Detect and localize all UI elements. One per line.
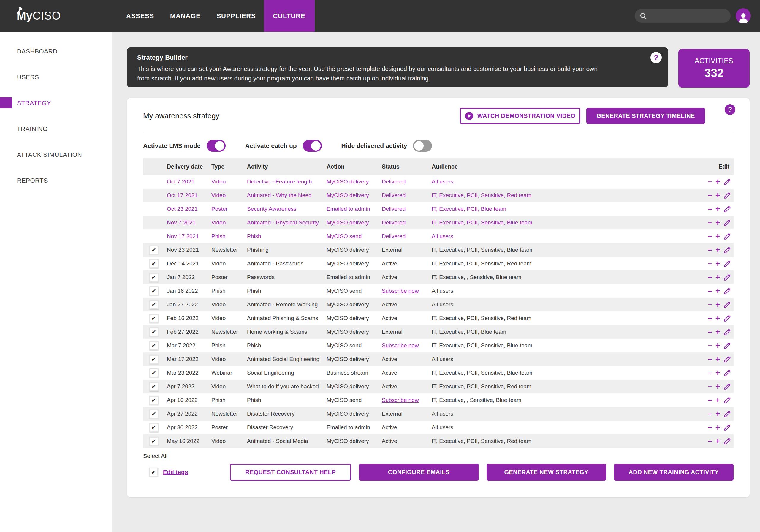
remove-activity-icon[interactable]: − xyxy=(708,315,712,322)
add-activity-icon[interactable]: + xyxy=(715,341,720,350)
add-activity-icon[interactable]: + xyxy=(715,301,720,309)
add-activity-icon[interactable]: + xyxy=(715,423,720,432)
row-checkbox[interactable]: ✔ xyxy=(149,341,159,350)
remove-activity-icon[interactable]: − xyxy=(708,274,712,281)
request-consultant-help-button[interactable]: REQUEST CONSULTANT HELP xyxy=(230,464,351,481)
remove-activity-icon[interactable]: − xyxy=(708,233,712,240)
subscribe-now-link[interactable]: Subscribe now xyxy=(382,342,419,349)
edit-tags-link[interactable]: Edit tags xyxy=(163,469,188,476)
row-checkbox[interactable]: ✔ xyxy=(149,355,159,364)
remove-activity-icon[interactable]: − xyxy=(708,178,712,185)
add-activity-icon[interactable]: + xyxy=(715,355,720,363)
subscribe-now-link[interactable]: Subscribe now xyxy=(382,397,419,403)
remove-activity-icon[interactable]: − xyxy=(708,397,712,404)
row-checkbox[interactable]: ✔ xyxy=(149,286,159,296)
row-checkbox[interactable]: ✔ xyxy=(149,327,159,337)
remove-activity-icon[interactable]: − xyxy=(708,383,712,390)
remove-activity-icon[interactable]: − xyxy=(708,424,712,431)
add-activity-icon[interactable]: + xyxy=(715,205,720,213)
add-activity-icon[interactable]: + xyxy=(715,273,720,281)
edit-activity-icon[interactable] xyxy=(724,287,731,295)
sidebar-item-attack-simulation[interactable]: ATTACK SIMULATION xyxy=(0,142,112,168)
add-new-training-activity-button[interactable]: ADD NEW TRAINING ACTIVITY xyxy=(614,464,734,481)
remove-activity-icon[interactable]: − xyxy=(708,246,712,254)
activities-card[interactable]: ACTIVITIES 332 xyxy=(678,49,750,88)
edit-activity-icon[interactable] xyxy=(724,314,731,322)
edit-activity-icon[interactable] xyxy=(724,396,731,404)
add-activity-icon[interactable]: + xyxy=(715,191,720,200)
row-checkbox[interactable]: ✔ xyxy=(149,423,159,432)
generate-new-strategy-button[interactable]: GENERATE NEW STRATEGY xyxy=(487,464,606,481)
edit-activity-icon[interactable] xyxy=(724,369,731,377)
remove-activity-icon[interactable]: − xyxy=(708,438,712,445)
nav-item-assess[interactable]: ASSESS xyxy=(118,0,162,32)
add-activity-icon[interactable]: + xyxy=(715,314,720,322)
edit-activity-icon[interactable] xyxy=(724,232,731,240)
remove-activity-icon[interactable]: − xyxy=(708,369,712,377)
add-activity-icon[interactable]: + xyxy=(715,246,720,254)
row-checkbox[interactable]: ✔ xyxy=(149,368,159,378)
add-activity-icon[interactable]: + xyxy=(715,410,720,418)
edit-activity-icon[interactable] xyxy=(724,191,731,199)
row-checkbox[interactable]: ✔ xyxy=(149,273,159,282)
user-avatar[interactable] xyxy=(736,8,751,24)
edit-activity-icon[interactable] xyxy=(724,342,731,349)
add-activity-icon[interactable]: + xyxy=(715,328,720,336)
toggle-activate-catch-up[interactable] xyxy=(303,140,322,152)
add-activity-icon[interactable]: + xyxy=(715,369,720,377)
sidebar-item-strategy[interactable]: STRATEGY xyxy=(0,90,112,116)
row-checkbox[interactable]: ✔ xyxy=(149,382,159,391)
remove-activity-icon[interactable]: − xyxy=(708,356,712,363)
banner-help-icon[interactable]: ? xyxy=(650,52,662,63)
edit-activity-icon[interactable] xyxy=(724,437,731,445)
edit-activity-icon[interactable] xyxy=(724,205,731,213)
add-activity-icon[interactable]: + xyxy=(715,437,720,445)
remove-activity-icon[interactable]: − xyxy=(708,206,712,213)
nav-item-manage[interactable]: MANAGE xyxy=(162,0,209,32)
edit-activity-icon[interactable] xyxy=(724,178,731,185)
generate-strategy-timeline-button[interactable]: GENERATE STRATEGY TIMELINE xyxy=(586,108,705,124)
select-all-checkbox[interactable]: ✔ xyxy=(149,467,158,477)
row-checkbox[interactable]: ✔ xyxy=(149,437,159,446)
add-activity-icon[interactable]: + xyxy=(715,287,720,295)
subscribe-now-link[interactable]: Subscribe now xyxy=(382,288,419,294)
sidebar-item-reports[interactable]: REPORTS xyxy=(0,168,112,193)
remove-activity-icon[interactable]: − xyxy=(708,260,712,267)
remove-activity-icon[interactable]: − xyxy=(708,287,712,295)
edit-activity-icon[interactable] xyxy=(724,246,731,254)
sidebar-item-users[interactable]: USERS xyxy=(0,64,112,90)
search-box[interactable] xyxy=(635,9,731,23)
edit-activity-icon[interactable] xyxy=(724,260,731,267)
remove-activity-icon[interactable]: − xyxy=(708,328,712,336)
remove-activity-icon[interactable]: − xyxy=(708,342,712,349)
edit-activity-icon[interactable] xyxy=(724,410,731,418)
edit-activity-icon[interactable] xyxy=(724,424,731,431)
add-activity-icon[interactable]: + xyxy=(715,260,720,268)
configure-emails-button[interactable]: CONFIGURE EMAILS xyxy=(359,464,479,481)
remove-activity-icon[interactable]: − xyxy=(708,410,712,418)
row-checkbox[interactable]: ✔ xyxy=(149,259,159,268)
add-activity-icon[interactable]: + xyxy=(715,218,720,227)
row-checkbox[interactable]: ✔ xyxy=(149,314,159,323)
search-input[interactable] xyxy=(650,13,726,20)
sidebar-item-training[interactable]: TRAINING xyxy=(0,116,112,142)
toggle-activate-lms-mode[interactable] xyxy=(207,140,226,152)
card-help-icon[interactable]: ? xyxy=(725,104,736,115)
watch-demo-video-button[interactable]: WATCH DEMONSTRATION VIDEO xyxy=(460,108,580,124)
remove-activity-icon[interactable]: − xyxy=(708,219,712,226)
row-checkbox[interactable]: ✔ xyxy=(149,300,159,309)
sidebar-item-dashboard[interactable]: DASHBOARD xyxy=(0,38,112,64)
add-activity-icon[interactable]: + xyxy=(715,177,720,186)
edit-activity-icon[interactable] xyxy=(724,328,731,336)
remove-activity-icon[interactable]: − xyxy=(708,301,712,309)
edit-activity-icon[interactable] xyxy=(724,355,731,363)
edit-activity-icon[interactable] xyxy=(724,219,731,226)
remove-activity-icon[interactable]: − xyxy=(708,192,712,199)
add-activity-icon[interactable]: + xyxy=(715,382,720,391)
edit-activity-icon[interactable] xyxy=(724,301,731,309)
edit-activity-icon[interactable] xyxy=(724,383,731,390)
edit-activity-icon[interactable] xyxy=(724,273,731,281)
toggle-hide-delivered-activity[interactable] xyxy=(413,140,432,152)
add-activity-icon[interactable]: + xyxy=(715,232,720,240)
row-checkbox[interactable]: ✔ xyxy=(149,410,159,418)
